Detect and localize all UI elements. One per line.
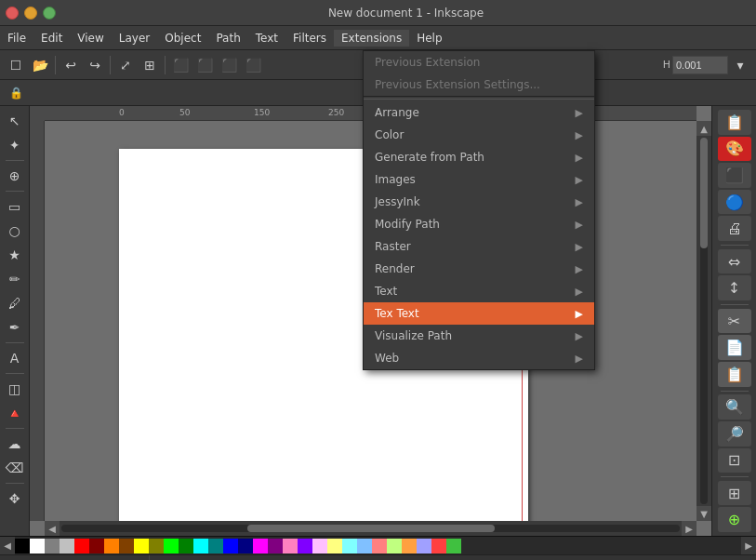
web-item[interactable]: Web ▶ [364, 347, 594, 369]
jessyink-item[interactable]: JessyInk ▶ [364, 191, 594, 213]
align-right-button[interactable]: ⬛ [218, 54, 240, 76]
transform-button[interactable]: ↕ [718, 275, 751, 300]
pan-tool[interactable]: ✥ [4, 487, 26, 510]
palette-color-swatch[interactable] [74, 539, 89, 553]
menu-help[interactable]: Help [409, 30, 449, 47]
palette-color-swatch[interactable] [387, 539, 402, 553]
palette-color-swatch[interactable] [164, 539, 179, 553]
palette-color-swatch[interactable] [15, 539, 30, 553]
palette-color-swatch[interactable] [60, 539, 74, 553]
align-distribute-button[interactable]: ⇔ [718, 249, 751, 274]
palette-color-swatch[interactable] [89, 539, 104, 553]
tex-text-item[interactable]: Tex Text ▶ [364, 302, 594, 325]
new-button[interactable]: ☐ [5, 54, 27, 76]
palette-color-swatch[interactable] [357, 539, 372, 553]
star-tool[interactable]: ★ [4, 244, 26, 266]
raster-item[interactable]: Raster ▶ [364, 235, 594, 258]
menu-layer[interactable]: Layer [112, 30, 157, 47]
palette-color-swatch[interactable] [238, 539, 253, 553]
rect-tool[interactable]: ▭ [4, 195, 26, 218]
palette-color-swatch[interactable] [298, 539, 312, 553]
palette-color-swatch[interactable] [342, 539, 357, 553]
fill-button[interactable]: 🎨 [718, 137, 751, 162]
close-button[interactable] [6, 7, 19, 20]
generate-from-path-item[interactable]: Generate from Path ▶ [364, 146, 594, 168]
align-center-button[interactable]: ⬛ [193, 54, 216, 76]
palette-color-swatch[interactable] [283, 539, 298, 553]
menu-extensions[interactable]: Extensions [334, 30, 409, 47]
palette-color-swatch[interactable] [446, 539, 461, 553]
paste-button[interactable]: 📋 [718, 362, 751, 387]
menu-path[interactable]: Path [208, 30, 247, 47]
zoom-fit-canvas-button[interactable]: ⊡ [718, 448, 751, 473]
zoom-tool[interactable]: ⊕ [4, 165, 26, 187]
visualize-path-item[interactable]: Visualize Path ▶ [364, 325, 594, 347]
palette-color-swatch[interactable] [134, 539, 149, 553]
palette-color-swatch[interactable] [372, 539, 387, 553]
snap-button[interactable]: ⊞ [718, 481, 751, 506]
h-unit-dropdown[interactable]: ▾ [729, 54, 751, 76]
h-input[interactable] [672, 56, 728, 74]
palette-color-swatch[interactable] [312, 539, 327, 553]
palette-color-swatch[interactable] [30, 539, 45, 553]
palette-color-swatch[interactable] [402, 539, 417, 553]
zoom-fit-button[interactable]: ⤢ [114, 54, 137, 76]
select-tool[interactable]: ↖ [4, 110, 26, 132]
zoom-out-button[interactable]: 🔎 [718, 421, 751, 447]
eraser-tool[interactable]: ⌫ [4, 457, 26, 479]
arrange-item[interactable]: Arrange ▶ [364, 101, 594, 124]
palette-color-swatch[interactable] [417, 539, 431, 553]
palette-color-swatch[interactable] [104, 539, 119, 553]
menu-file[interactable]: File [0, 30, 33, 47]
redo-button[interactable]: ↪ [84, 54, 106, 76]
circle-tool[interactable]: ○ [4, 220, 26, 242]
menu-view[interactable]: View [70, 30, 111, 47]
text-item[interactable]: Text ▶ [364, 280, 594, 302]
menu-edit[interactable]: Edit [33, 30, 70, 47]
spray-tool[interactable]: ☁ [4, 433, 26, 455]
palette-color-swatch[interactable] [208, 539, 223, 553]
print-button[interactable]: 🖨 [718, 216, 751, 241]
palette-color-swatch[interactable] [431, 539, 446, 553]
palette-scroll-right[interactable]: ▶ [741, 537, 756, 555]
minimize-button[interactable] [24, 7, 37, 20]
render-item[interactable]: Render ▶ [364, 258, 594, 280]
pen-tool[interactable]: 🖊 [4, 292, 26, 314]
vertical-scrollbar[interactable]: ▲ ▼ [696, 121, 711, 521]
palette-color-swatch[interactable] [149, 539, 164, 553]
snap-grid-button[interactable]: ⊕ [718, 507, 751, 532]
palette-color-swatch[interactable] [179, 539, 193, 553]
maximize-button[interactable] [43, 7, 56, 20]
horizontal-scrollbar[interactable]: ◀ ▶ [45, 521, 696, 536]
modify-path-item[interactable]: Modify Path ▶ [364, 213, 594, 235]
zoom-page-button[interactable]: ⊞ [139, 54, 161, 76]
open-button[interactable]: 📂 [29, 54, 51, 76]
align-justify-button[interactable]: ⬛ [242, 54, 264, 76]
3d-tool[interactable]: ◫ [4, 378, 26, 400]
cut-button[interactable]: ✂ [718, 309, 751, 334]
palette-color-swatch[interactable] [45, 539, 60, 553]
stroke-button[interactable]: ⬛ [718, 163, 751, 188]
undo-button[interactable]: ↩ [60, 54, 82, 76]
previous-extension-item[interactable]: Previous Extension [364, 51, 594, 73]
menu-filters[interactable]: Filters [285, 30, 334, 47]
palette-color-swatch[interactable] [119, 539, 134, 553]
previous-extension-settings-item[interactable]: Previous Extension Settings... [364, 73, 594, 96]
palette-color-swatch[interactable] [268, 539, 283, 553]
palette-color-swatch[interactable] [223, 539, 238, 553]
images-item[interactable]: Images ▶ [364, 168, 594, 191]
filter-button[interactable]: 🔵 [718, 190, 751, 215]
palette-color-swatch[interactable] [193, 539, 208, 553]
palette-color-swatch[interactable] [253, 539, 268, 553]
text-tool[interactable]: A [4, 347, 26, 369]
color-item[interactable]: Color ▶ [364, 124, 594, 146]
align-left-button[interactable]: ⬛ [169, 54, 192, 76]
snap-toggle[interactable]: 🔒 [5, 82, 27, 104]
menu-object[interactable]: Object [157, 30, 208, 47]
dropper-tool[interactable]: 🔺 [4, 402, 26, 424]
pencil-tool[interactable]: ✏ [4, 268, 26, 290]
palette-color-swatch[interactable] [327, 539, 342, 553]
palette-scroll-left[interactable]: ◀ [0, 537, 15, 555]
xml-editor-button[interactable]: 📋 [718, 110, 751, 135]
calligraphy-tool[interactable]: ✒ [4, 316, 26, 339]
